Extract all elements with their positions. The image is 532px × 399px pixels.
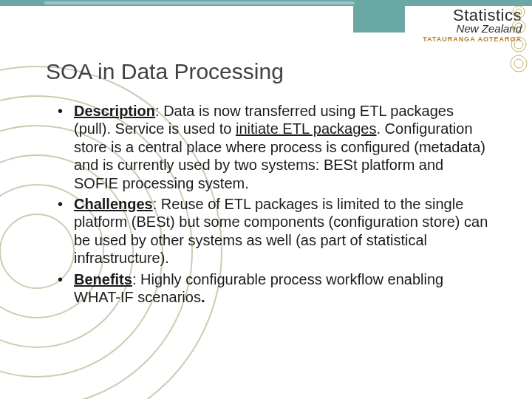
bullet-label: Description xyxy=(74,103,155,119)
koru-icon xyxy=(510,4,528,86)
bullet-benefits: Benefits: Highly configurable process wo… xyxy=(53,270,489,307)
bullet-challenges: Challenges: Reuse of ETL packages is lim… xyxy=(53,195,489,267)
svg-point-11 xyxy=(514,40,523,49)
bullet-label: Challenges xyxy=(74,196,153,212)
slide-body: Description: Data is now transferred usi… xyxy=(53,102,489,309)
logo-text: Statistics xyxy=(400,7,522,24)
svg-point-12 xyxy=(511,55,527,72)
svg-point-8 xyxy=(512,20,525,33)
slide: Statistics New Zealand TATAURANGA AOTEAR… xyxy=(0,0,532,399)
svg-point-13 xyxy=(514,59,523,68)
bullet-description: Description: Data is now transferred usi… xyxy=(53,102,489,192)
slide-title: SOA in Data Processing xyxy=(46,59,284,84)
bullet-underline: initiate ETL packages xyxy=(236,120,376,137)
svg-point-10 xyxy=(511,37,526,52)
bullet-label: Benefits xyxy=(74,271,132,287)
top-accent-bar xyxy=(0,0,532,6)
logo-maori: TATAURANGA AOTEAROA xyxy=(400,35,522,43)
svg-point-7 xyxy=(516,9,522,15)
svg-point-6 xyxy=(513,6,525,18)
bullet-period: . xyxy=(201,289,205,305)
logo-country: New Zealand xyxy=(400,22,522,35)
header-accent-block xyxy=(353,6,405,33)
logo: Statistics New Zealand TATAURANGA AOTEAR… xyxy=(400,7,522,43)
svg-point-9 xyxy=(515,23,522,30)
